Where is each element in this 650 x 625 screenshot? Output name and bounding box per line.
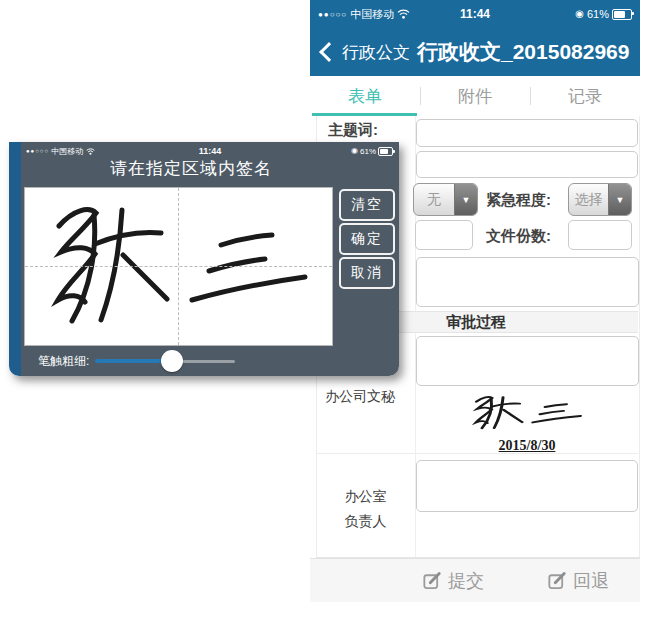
manager-label-line1: 办公室 (316, 488, 415, 506)
return-label: 回退 (573, 569, 609, 593)
urgency-right-dropdown[interactable]: 选择 ▼ (568, 183, 632, 216)
compose-icon (423, 571, 442, 590)
secretary-signature (416, 391, 638, 439)
copies-right-input[interactable] (568, 220, 632, 250)
overlay-status-bar: ●●○○○ 中国移动 11:44 ◉ 61% (21, 144, 399, 158)
submit-label: 提交 (448, 569, 484, 593)
subject-label: 主题词: (328, 121, 378, 140)
compose-icon (548, 571, 567, 590)
tab-records[interactable]: 记录 (530, 76, 640, 116)
signature-panel: ●●○○○ 中国移动 11:44 ◉ 61% 请在指定区域内签名 (21, 142, 399, 376)
app-nav-bar: 行政公文 行政收文_2015082969 (310, 28, 640, 76)
slider-thumb[interactable] (161, 350, 183, 372)
back-chevron-icon[interactable] (319, 42, 339, 62)
stroke-width-slider[interactable] (95, 349, 235, 373)
signature-dialog: ●●○○○ 中国移动 11:44 ◉ 61% 请在指定区域内签名 (9, 142, 399, 376)
clear-button[interactable]: 清空 (339, 189, 395, 221)
tab-bar: 表单 附件 记录 (310, 76, 640, 116)
copies-left-input[interactable] (415, 220, 473, 250)
app-status-bar: ●●○○○ 中国移动 11:44 ◉ 61% (310, 0, 640, 28)
battery-percent: 61% (360, 147, 376, 156)
battery-indicator: ◉ 61% (575, 8, 632, 20)
back-button[interactable]: 行政公文 (342, 41, 410, 64)
secretary-signature-ink (462, 391, 592, 435)
submit-button[interactable]: 提交 (423, 559, 484, 602)
manager-label: 办公室 负责人 (316, 488, 415, 531)
urgency-left-dropdown[interactable]: 无 ▼ (413, 183, 478, 216)
urgency-left-dropdown-value: 无 (414, 184, 454, 215)
copies-label: 文件份数: (486, 227, 551, 246)
clock-time: 11:44 (21, 146, 399, 156)
tab-form[interactable]: 表单 (310, 76, 420, 116)
secretary-label: 办公司文秘 (325, 388, 395, 406)
subject-input[interactable] (416, 119, 638, 147)
battery-icon (612, 9, 632, 20)
stroke-width-label: 笔触粗细: (38, 353, 89, 370)
dropdown-arrow-icon: ▼ (608, 184, 631, 215)
secretary-date-wrap: 2015/8/30 (416, 436, 638, 454)
battery-icon (378, 147, 393, 156)
signature-canvas[interactable] (24, 187, 333, 346)
stroke-width-slider-row: 笔触粗细: (21, 349, 399, 373)
bottom-toolbar: 提交 回退 (310, 558, 640, 602)
signature-dialog-title: 请在指定区域内签名 (21, 157, 361, 180)
approval-section-title: 审批过程 (446, 313, 506, 332)
approval-opinion-textarea[interactable] (416, 336, 639, 386)
secretary-date: 2015/8/30 (499, 438, 556, 453)
dropdown-arrow-icon: ▼ (454, 184, 477, 215)
confirm-button[interactable]: 确定 (339, 223, 395, 255)
canvas-horizontal-guide (25, 266, 332, 267)
manager-label-line2: 负责人 (316, 513, 415, 531)
orientation-lock-icon: ◉ (351, 147, 358, 155)
urgency-label: 紧急程度: (486, 191, 551, 210)
return-button[interactable]: 回退 (548, 559, 609, 602)
secondary-input[interactable] (416, 151, 638, 178)
urgency-right-dropdown-value: 选择 (569, 184, 608, 215)
page-title: 行政收文_2015082969 (417, 38, 629, 66)
overlay-left-edge-strip (9, 142, 21, 376)
remarks-textarea[interactable] (416, 257, 639, 307)
orientation-lock-icon: ◉ (575, 9, 584, 19)
cancel-button[interactable]: 取消 (339, 257, 395, 289)
manager-opinion-textarea[interactable] (416, 460, 638, 512)
battery-indicator: ◉ 61% (351, 147, 393, 156)
battery-percent: 61% (587, 8, 609, 20)
tab-attachments[interactable]: 附件 (420, 76, 530, 116)
